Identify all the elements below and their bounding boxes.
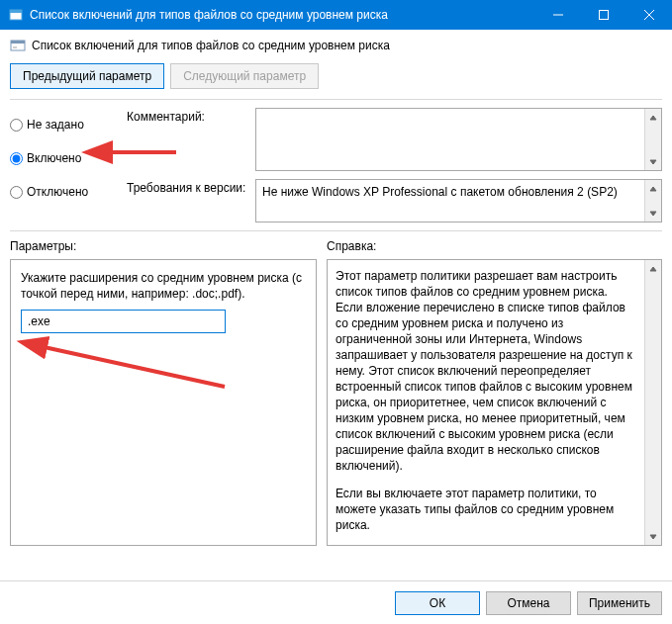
prev-setting-button[interactable]: Предыдущий параметр [10,63,164,89]
help-p1: Этот параметр политики разрешает вам нас… [336,268,637,474]
svg-marker-13 [650,267,656,271]
svg-marker-12 [650,212,656,216]
help-p2: Если вы включаете этот параметр политики… [336,486,637,533]
app-icon [8,7,24,23]
comment-textarea[interactable] [255,108,662,171]
scroll-up-icon[interactable] [645,109,661,126]
svg-marker-11 [650,187,656,191]
supported-value: Не ниже Windows XP Professional с пакето… [262,185,618,199]
comment-label: Комментарий: [127,108,255,171]
apply-button[interactable]: Применить [577,591,662,615]
help-p3: Если вы отключаете этот параметр политик… [336,545,637,546]
policy-title: Список включений для типов файлов со сре… [32,39,390,52]
svg-rect-1 [10,10,22,13]
divider [10,230,662,231]
maximize-button[interactable] [581,0,626,30]
svg-marker-10 [650,160,656,164]
scroll-down-icon[interactable] [645,153,661,170]
radio-not-configured-label[interactable]: Не задано [27,118,84,132]
ok-button[interactable]: ОК [395,591,480,615]
scroll-up-icon[interactable] [645,260,661,277]
radio-enabled-label[interactable]: Включено [27,151,81,165]
scroll-down-icon[interactable] [645,205,661,222]
svg-marker-14 [650,535,656,539]
window-controls [535,0,672,30]
next-setting-button: Следующий параметр [170,63,319,89]
supported-box: Не ниже Windows XP Professional с пакето… [255,179,662,223]
extensions-input[interactable] [21,310,226,333]
radio-enabled[interactable] [10,152,23,165]
help-panel: Этот параметр политики разрешает вам нас… [327,259,662,546]
minimize-button[interactable] [535,0,581,30]
scrollbar[interactable] [644,260,661,545]
radio-not-configured[interactable] [10,119,23,132]
window-title: Список включений для типов файлов со сре… [30,8,535,22]
svg-marker-9 [650,116,656,120]
titlebar: Список включений для типов файлов со сре… [0,0,672,30]
radio-disabled-label[interactable]: Отключено [27,185,88,199]
help-text: Этот параметр политики разрешает вам нас… [336,268,637,546]
policy-header: Список включений для типов файлов со сре… [10,38,662,53]
scroll-up-icon[interactable] [645,180,661,197]
svg-rect-3 [600,11,609,20]
help-label: Справка: [327,239,376,253]
scroll-down-icon[interactable] [645,528,661,545]
close-button[interactable] [626,0,672,30]
svg-rect-7 [11,41,25,44]
options-label: Параметры: [10,239,327,253]
scrollbar[interactable] [644,109,661,170]
supported-label: Требования к версии: [127,179,255,223]
options-panel: Укажите расширения со средним уровнем ри… [10,259,317,546]
cancel-button[interactable]: Отмена [486,591,571,615]
dialog-footer: ОК Отмена Применить [0,580,672,624]
options-hint: Укажите расширения со средним уровнем ри… [21,270,306,302]
svg-rect-8 [13,46,17,48]
radio-disabled[interactable] [10,186,23,199]
state-radio-group: Не задано Включено Отключено [10,108,127,230]
policy-icon [10,38,26,53]
scrollbar[interactable] [644,180,661,222]
divider [10,99,662,100]
